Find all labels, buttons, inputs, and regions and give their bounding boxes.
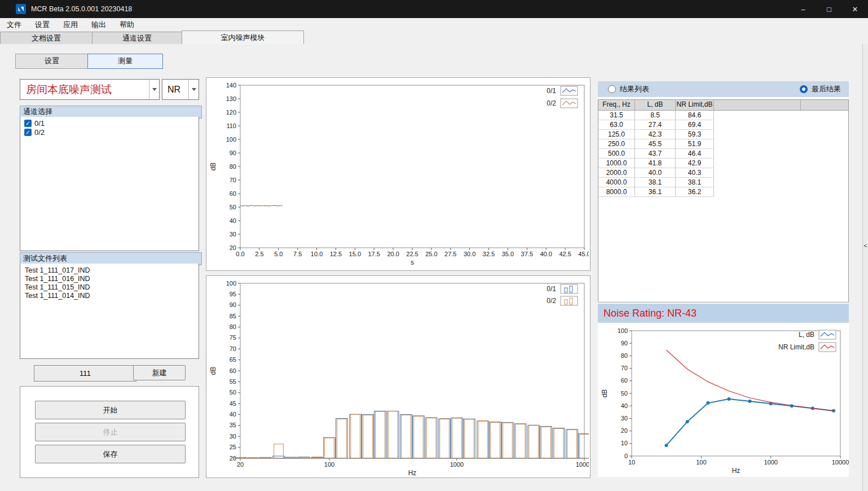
svg-text:dB: dB: [209, 367, 217, 375]
svg-text:130: 130: [226, 95, 236, 102]
table-cell: 63.0: [598, 120, 635, 130]
rating-standard-select[interactable]: NR: [162, 79, 199, 100]
result-view-bar: 结果列表 最后结果: [598, 81, 849, 97]
menu-bar: 文件设置应用输出帮助: [0, 18, 868, 31]
svg-text:30: 30: [230, 433, 236, 440]
table-row[interactable]: 4000.038.138.1: [598, 178, 848, 187]
test-type-value: 房间本底噪声测试: [20, 82, 149, 97]
svg-text:0/1: 0/1: [547, 87, 556, 95]
svg-text:10: 10: [628, 459, 635, 466]
table-row[interactable]: 500.043.746.4: [598, 149, 848, 159]
start-button[interactable]: 开始: [35, 401, 186, 419]
minimize-button[interactable]: –: [790, 0, 816, 18]
table-row[interactable]: 8000.036.136.2: [598, 187, 848, 197]
svg-text:80: 80: [230, 163, 236, 170]
svg-text:80: 80: [621, 352, 628, 359]
svg-text:90: 90: [621, 340, 628, 347]
nr-curve-chart: 010203040506070809010010100100010000HzdB…: [598, 325, 849, 477]
svg-text:60: 60: [230, 367, 236, 374]
svg-text:50: 50: [230, 389, 236, 396]
checkbox-checked-icon[interactable]: ✓: [24, 129, 32, 136]
radio-off-icon[interactable]: [608, 85, 616, 93]
table-row[interactable]: 250.045.551.9: [598, 139, 848, 149]
test-type-select[interactable]: 房间本底噪声测试: [20, 79, 160, 100]
subtab-settings[interactable]: 设置: [15, 54, 89, 69]
menu-item-4[interactable]: 输出: [85, 20, 113, 30]
svg-text:100: 100: [226, 280, 236, 287]
svg-text:45: 45: [230, 400, 236, 407]
table-row[interactable]: 63.027.469.4: [598, 120, 848, 130]
svg-text:10000: 10000: [576, 461, 589, 468]
table-cell: 38.1: [635, 178, 676, 187]
column-header-freq: Freq., Hz: [598, 100, 635, 110]
results-table-header: Freq., Hz L, dB NR Limit,dB: [598, 100, 848, 111]
table-row[interactable]: 1000.041.842.9: [598, 159, 848, 168]
table-cell: 36.2: [676, 187, 714, 197]
menu-item-1[interactable]: 文件: [0, 20, 28, 30]
svg-text:60: 60: [230, 190, 236, 197]
table-cell: 51.9: [676, 139, 714, 149]
svg-text:70: 70: [230, 177, 236, 183]
svg-text:75: 75: [230, 334, 236, 341]
tab-channel-settings[interactable]: 通道设置: [92, 32, 182, 44]
new-button[interactable]: 新建: [133, 365, 186, 380]
save-button[interactable]: 保存: [35, 445, 186, 463]
window-controls: – □ ✕: [790, 0, 868, 18]
svg-text:35.0: 35.0: [502, 251, 514, 257]
test-name-input[interactable]: [34, 365, 136, 382]
menu-item-2[interactable]: 设置: [28, 20, 56, 30]
svg-text:17.5: 17.5: [368, 251, 380, 257]
table-row[interactable]: 2000.040.040.3: [598, 168, 848, 178]
tab-document-settings[interactable]: 文档设置: [0, 32, 92, 44]
svg-text:110: 110: [226, 122, 236, 129]
noise-rating-text: Noise Rating: NR-43: [603, 308, 697, 319]
maximize-button[interactable]: □: [816, 0, 842, 18]
table-cell: 4000.0: [598, 178, 635, 187]
radio-on-icon[interactable]: [800, 85, 808, 93]
svg-text:35: 35: [230, 422, 236, 428]
table-row[interactable]: 31.58.584.6: [598, 111, 848, 120]
channel-item[interactable]: ✓0/2: [20, 128, 199, 137]
chevron-down-icon: [149, 80, 159, 99]
column-header-empty: [801, 100, 848, 110]
table-cell: 46.4: [676, 149, 714, 159]
file-list-item[interactable]: Test 1_111_014_IND: [20, 292, 199, 300]
svg-text:s: s: [411, 258, 414, 266]
menu-item-3[interactable]: 应用: [56, 20, 85, 30]
svg-text:20: 20: [230, 244, 236, 251]
svg-text:NR Limit,dB: NR Limit,dB: [778, 343, 814, 351]
chevron-left-icon: <: [863, 243, 868, 249]
table-cell: 38.1: [676, 178, 714, 187]
close-button[interactable]: ✕: [842, 0, 868, 18]
table-cell: 43.7: [635, 149, 676, 159]
table-cell: 40.0: [635, 168, 676, 178]
spectrum-bar-chart: 2025303540455055606570758085909510020100…: [206, 275, 591, 478]
svg-text:25: 25: [230, 444, 236, 450]
radio-result-list[interactable]: 结果列表: [608, 84, 649, 94]
svg-text:140: 140: [226, 82, 236, 89]
stop-button: 停止: [35, 423, 186, 441]
app-logo-icon: [16, 4, 26, 14]
collapse-panel-handle[interactable]: <: [862, 44, 868, 491]
svg-text:0.0: 0.0: [236, 251, 244, 257]
table-cell: 250.0: [598, 139, 635, 149]
table-cell: 42.9: [676, 159, 714, 168]
tab-indoor-noise-module[interactable]: 室内噪声模块: [182, 30, 304, 44]
svg-text:90: 90: [230, 301, 236, 308]
table-row[interactable]: 125.042.359.3: [598, 130, 848, 139]
svg-text:30: 30: [621, 415, 628, 422]
file-list-item[interactable]: Test 1_111_016_IND: [20, 275, 199, 283]
checkbox-checked-icon[interactable]: ✓: [24, 120, 32, 127]
radio-last-result[interactable]: 最后结果: [800, 84, 841, 94]
file-list-item[interactable]: Test 1_111_015_IND: [20, 283, 199, 292]
table-cell: 8.5: [635, 111, 676, 120]
column-header-nr-limit: NR Limit,dB: [676, 100, 714, 110]
subtab-measure[interactable]: 测量: [87, 54, 163, 69]
channel-list: ✓0/1✓0/2: [20, 117, 199, 251]
file-list-item[interactable]: Test 1_111_017_IND: [20, 266, 199, 275]
svg-text:70: 70: [621, 365, 628, 371]
test-file-list: Test 1_111_017_INDTest 1_111_016_INDTest…: [20, 264, 199, 359]
menu-item-5[interactable]: 帮助: [113, 20, 141, 30]
channel-item[interactable]: ✓0/1: [20, 119, 199, 128]
time-history-chart-svg: 20304050607080901001101201301400.02.55.0…: [206, 78, 589, 269]
